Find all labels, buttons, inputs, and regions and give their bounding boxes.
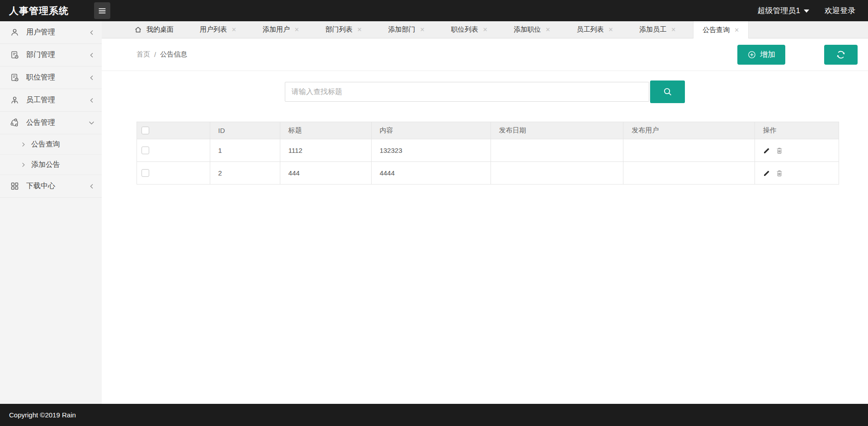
tab-announcement-query-active[interactable]: 公告查询 ✕: [693, 21, 749, 38]
delete-icon[interactable]: [776, 170, 783, 177]
close-tab-icon[interactable]: ✕: [734, 27, 739, 33]
arrow-right-icon: [21, 142, 26, 147]
sidebar-item-user-management[interactable]: 用户管理: [0, 21, 102, 44]
edit-icon[interactable]: [763, 170, 770, 177]
search-button[interactable]: [650, 80, 685, 103]
tab-label: 员工列表: [576, 25, 604, 34]
add-button[interactable]: 增加: [737, 45, 785, 65]
close-tab-icon[interactable]: ✕: [608, 26, 613, 33]
sidebar-item-download-center[interactable]: 下载中心: [0, 175, 102, 198]
employee-icon: [10, 95, 19, 105]
tab-my-desktop[interactable]: 我的桌面: [125, 21, 183, 38]
footer: Copyright ©2019 Rain: [0, 404, 868, 426]
tab-add-employee[interactable]: 添加员工 ✕: [630, 21, 685, 38]
row-checkbox[interactable]: [142, 147, 149, 154]
search-bar: [102, 80, 868, 103]
tab-add-department[interactable]: 添加部门 ✕: [379, 21, 434, 38]
close-tab-icon[interactable]: ✕: [483, 26, 488, 33]
document-icon: [10, 73, 19, 82]
plus-circle-icon: [747, 50, 756, 59]
column-header-id: ID: [210, 122, 280, 139]
announcement-table: ID 标题 内容 发布日期 发布用户 操作 1 1112: [137, 122, 839, 185]
refresh-button[interactable]: [824, 45, 858, 65]
sidebar-subitem-announcement-query[interactable]: 公告查询: [0, 134, 102, 155]
tab-user-list[interactable]: 用户列表 ✕: [191, 21, 245, 38]
cell-id: 1: [210, 139, 280, 162]
column-header-title: 标题: [280, 122, 371, 139]
cell-publish-user: [623, 139, 755, 162]
tab-label: 添加部门: [388, 25, 415, 34]
sidebar-item-announcement-management[interactable]: 公告管理: [0, 112, 102, 134]
column-header-publish-user: 发布用户: [623, 122, 755, 139]
tab-label: 职位列表: [451, 25, 478, 34]
cell-id: 2: [210, 162, 280, 185]
tab-department-list[interactable]: 部门列表 ✕: [316, 21, 371, 38]
close-tab-icon[interactable]: ✕: [357, 26, 362, 33]
arrow-right-icon: [21, 162, 26, 167]
close-tab-icon[interactable]: ✕: [546, 26, 551, 33]
user-icon: [10, 28, 19, 37]
cell-publish-user: [623, 162, 755, 185]
chevron-down-icon: [89, 120, 94, 126]
tab-add-position[interactable]: 添加职位 ✕: [505, 21, 560, 38]
chevron-left-icon: [89, 98, 94, 103]
document-icon: [10, 50, 19, 60]
search-input[interactable]: [285, 82, 649, 102]
close-tab-icon[interactable]: ✕: [671, 26, 676, 33]
sidebar: 用户管理 部门管理 职位管理: [0, 21, 102, 404]
sidebar-subitem-add-announcement[interactable]: 添加公告: [0, 155, 102, 175]
tab-employee-list[interactable]: 员工列表 ✕: [567, 21, 622, 38]
sidebar-item-label: 用户管理: [26, 28, 82, 37]
sidebar-subitem-label: 添加公告: [31, 160, 60, 170]
close-tab-icon[interactable]: ✕: [294, 26, 299, 33]
menu-list-icon: [98, 6, 107, 15]
sidebar-toggle-button[interactable]: [94, 2, 110, 19]
delete-icon[interactable]: [776, 147, 783, 154]
share-icon: [10, 118, 19, 128]
sidebar-item-position-management[interactable]: 职位管理: [0, 66, 102, 89]
tab-label: 添加职位: [514, 25, 541, 34]
close-tab-icon[interactable]: ✕: [231, 26, 236, 33]
tab-position-list[interactable]: 职位列表 ✕: [442, 21, 497, 38]
chevron-left-icon: [89, 52, 94, 58]
cell-title: 1112: [280, 139, 371, 162]
sidebar-item-department-management[interactable]: 部门管理: [0, 44, 102, 66]
table-header-row: ID 标题 内容 发布日期 发布用户 操作: [137, 122, 839, 139]
chevron-left-icon: [89, 75, 94, 80]
sidebar-item-label: 职位管理: [26, 73, 82, 82]
sidebar-item-employee-management[interactable]: 员工管理: [0, 89, 102, 112]
breadcrumb-home[interactable]: 首页: [137, 50, 150, 59]
column-header-publish-date: 发布日期: [491, 122, 623, 139]
tab-label: 公告查询: [703, 26, 730, 34]
chevron-left-icon: [89, 30, 94, 35]
breadcrumb-current: 公告信息: [160, 50, 187, 59]
edit-icon[interactable]: [763, 147, 770, 154]
row-checkbox[interactable]: [142, 169, 149, 177]
cell-content: 132323: [371, 139, 491, 162]
tab-label: 添加用户: [263, 25, 290, 34]
caret-down-icon: [804, 9, 809, 13]
tab-add-user[interactable]: 添加用户 ✕: [254, 21, 308, 38]
user-menu[interactable]: 超级管理员1: [758, 5, 809, 16]
tab-label: 添加员工: [639, 25, 666, 34]
tab-label: 用户列表: [200, 25, 227, 34]
chevron-left-icon: [89, 184, 94, 189]
table-row: 1 1112 132323: [137, 139, 839, 162]
home-icon: [134, 26, 142, 33]
breadcrumb-separator: /: [154, 51, 156, 58]
copyright-text: Copyright ©2019 Rain: [9, 411, 76, 419]
search-icon: [662, 86, 673, 97]
user-name: 超级管理员1: [758, 5, 800, 16]
hr-management-app: 人事管理系统 超级管理员1 欢迎登录 用户管理: [0, 0, 868, 426]
tab-label: 我的桌面: [146, 25, 174, 34]
sidebar-item-label: 下载中心: [26, 181, 82, 191]
refresh-icon: [836, 50, 846, 60]
cell-publish-date: [491, 162, 623, 185]
close-tab-icon[interactable]: ✕: [420, 26, 425, 33]
toolbar: 首页 / 公告信息 增加: [102, 38, 868, 71]
select-all-checkbox[interactable]: [142, 127, 149, 134]
breadcrumb: 首页 / 公告信息: [137, 50, 737, 59]
app-title: 人事管理系统: [0, 5, 93, 17]
sidebar-item-label: 部门管理: [26, 50, 82, 60]
cell-content: 4444: [371, 162, 491, 185]
